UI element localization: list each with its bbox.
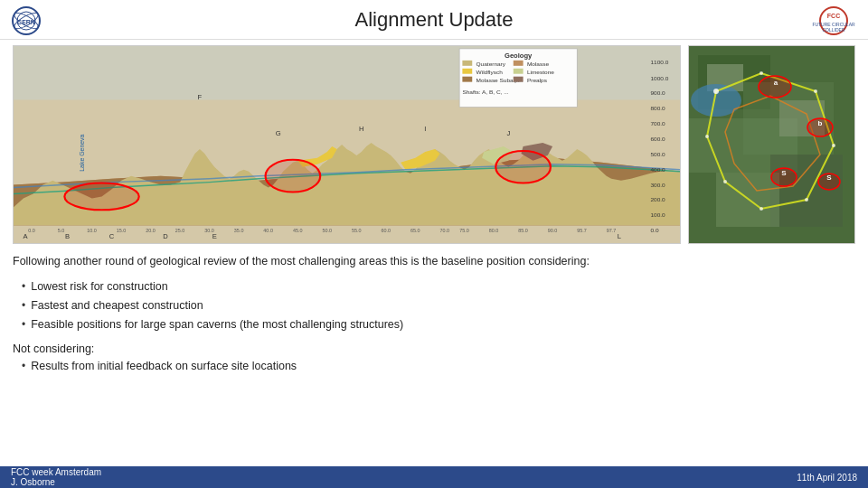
bullet-item-2: • Fastest and cheapest construction — [22, 296, 855, 315]
svg-text:J: J — [506, 129, 510, 137]
nc-bullet-dot-1: • — [22, 357, 25, 375]
bullet-item-3: • Feasible positions for large span cave… — [22, 315, 855, 334]
svg-point-100 — [713, 89, 719, 94]
svg-text:Wildflysch: Wildflysch — [476, 69, 504, 75]
svg-text:80.0: 80.0 — [489, 228, 499, 233]
svg-rect-51 — [462, 69, 472, 74]
footer-left: FCC week Amsterdam J. Osborne — [11, 467, 101, 487]
svg-text:10.0: 10.0 — [87, 228, 97, 233]
visuals-row: A B C D E F G H I J L Lake Geneva 1100.0… — [13, 45, 855, 244]
svg-rect-85 — [770, 155, 843, 227]
svg-text:97.7: 97.7 — [607, 228, 617, 233]
svg-text:100.0: 100.0 — [650, 212, 665, 219]
svg-text:1000.0: 1000.0 — [650, 75, 668, 81]
svg-text:a: a — [774, 79, 778, 87]
svg-text:200.0: 200.0 — [650, 197, 665, 203]
svg-text:S: S — [781, 169, 787, 177]
svg-text:D: D — [163, 232, 167, 240]
svg-text:700.0: 700.0 — [650, 120, 665, 127]
svg-text:900.0: 900.0 — [650, 90, 665, 97]
svg-text:FCC: FCC — [827, 13, 840, 19]
svg-point-19 — [266, 160, 321, 192]
svg-text:500.0: 500.0 — [650, 151, 665, 157]
svg-text:0.0: 0.0 — [28, 228, 35, 233]
svg-text:70.0: 70.0 — [439, 228, 449, 233]
svg-text:600.0: 600.0 — [650, 136, 665, 142]
svg-text:L: L — [618, 232, 621, 240]
svg-text:50.0: 50.0 — [322, 228, 332, 233]
not-considering-item-1: • Results from initial feedback on surfa… — [22, 357, 855, 376]
bullet-dot-1: • — [22, 277, 25, 296]
footer: FCC week Amsterdam J. Osborne 11th April… — [0, 466, 868, 488]
svg-text:800.0: 800.0 — [650, 106, 665, 112]
svg-text:0.0: 0.0 — [650, 227, 659, 233]
svg-point-107 — [705, 135, 709, 138]
svg-text:85.0: 85.0 — [518, 228, 528, 233]
bullet-text-1: Lowest risk for construction — [31, 277, 167, 296]
svg-point-20 — [495, 151, 551, 183]
svg-text:90.0: 90.0 — [548, 228, 558, 233]
header: CERN Alignment Update FCC FUTURE CIRCULA… — [0, 0, 868, 40]
bullet-text-3: Feasible positions for large span cavern… — [31, 315, 403, 334]
bullet-list: • Lowest risk for construction • Fastest… — [22, 277, 855, 335]
footer-date: 11th April 2018 — [797, 473, 857, 483]
svg-text:S: S — [826, 174, 832, 182]
svg-point-106 — [723, 180, 727, 183]
svg-text:20.0: 20.0 — [146, 228, 156, 233]
svg-text:65.0: 65.0 — [410, 228, 420, 233]
svg-text:I: I — [424, 125, 426, 133]
intro-paragraph: Following another round of geological re… — [13, 253, 855, 270]
svg-text:35.0: 35.0 — [234, 228, 244, 233]
svg-text:Quaternary: Quaternary — [476, 61, 506, 67]
not-considering-list: • Results from initial feedback on surfa… — [22, 357, 855, 376]
svg-text:75.0: 75.0 — [459, 228, 469, 233]
svg-text:60.0: 60.0 — [381, 228, 391, 233]
bullet-item-1: • Lowest risk for construction — [22, 277, 855, 296]
bullet-dot-3: • — [22, 315, 25, 333]
svg-text:95.7: 95.7 — [577, 228, 587, 233]
svg-text:Molasse: Molasse — [527, 61, 550, 67]
svg-text:B: B — [65, 232, 70, 240]
svg-text:C: C — [109, 232, 114, 240]
svg-text:1100.0: 1100.0 — [650, 59, 668, 65]
footer-org: FCC week Amsterdam — [11, 467, 101, 477]
svg-rect-47 — [462, 61, 472, 66]
svg-text:COLLIDER: COLLIDER — [822, 27, 844, 33]
svg-point-18 — [64, 183, 138, 211]
svg-rect-53 — [514, 69, 524, 74]
svg-text:5.0: 5.0 — [58, 228, 65, 233]
satellite-map: a b S S — [688, 45, 855, 244]
not-considering-section: Not considering: • Results from initial … — [13, 343, 855, 376]
svg-text:55.0: 55.0 — [352, 228, 362, 233]
svg-text:300.0: 300.0 — [650, 182, 665, 188]
svg-text:Lake Geneva: Lake Geneva — [78, 134, 86, 172]
bullet-dot-2: • — [22, 296, 25, 314]
bullet-text-2: Fastest and cheapest construction — [31, 296, 203, 315]
svg-rect-10 — [14, 46, 680, 99]
svg-text:CERN: CERN — [17, 19, 35, 25]
svg-text:Geology: Geology — [505, 52, 532, 60]
not-considering-label: Not considering: — [13, 343, 855, 355]
svg-point-102 — [814, 89, 817, 93]
footer-author: J. Osborne — [11, 477, 101, 487]
svg-text:A: A — [23, 232, 27, 240]
svg-text:Prealps: Prealps — [527, 77, 547, 83]
svg-text:E: E — [212, 232, 217, 240]
svg-text:30.0: 30.0 — [204, 228, 214, 233]
svg-text:25.0: 25.0 — [175, 228, 185, 233]
svg-text:b: b — [818, 119, 823, 127]
svg-text:G: G — [276, 129, 281, 137]
main-area: A B C D E F G H I J L Lake Geneva 1100.0… — [0, 40, 868, 466]
svg-rect-55 — [462, 77, 472, 82]
svg-text:40.0: 40.0 — [263, 228, 273, 233]
svg-text:F: F — [198, 94, 203, 102]
svg-point-101 — [760, 71, 763, 75]
text-body: Following another round of geological re… — [13, 244, 855, 376]
svg-point-104 — [805, 198, 808, 202]
cern-logo: CERN — [11, 5, 42, 36]
svg-rect-49 — [514, 61, 524, 66]
svg-rect-57 — [514, 77, 524, 82]
svg-text:15.0: 15.0 — [117, 228, 127, 233]
page-title: Alignment Update — [355, 8, 514, 32]
svg-text:Shafts: A, B, C, ...: Shafts: A, B, C, ... — [462, 89, 509, 95]
